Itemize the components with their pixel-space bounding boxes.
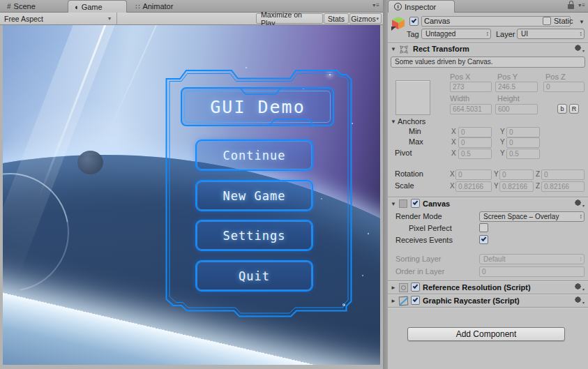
graphic-raycaster-title: Graphic Raycaster (Script) — [423, 296, 520, 305]
canvas-foldout[interactable]: ▼ — [391, 201, 396, 207]
inspector-panel-menu-icon[interactable]: ▾≡ — [578, 2, 586, 8]
stats-button[interactable]: Stats — [324, 13, 349, 24]
maximize-on-play-button[interactable]: Maximize on Play — [256, 13, 323, 24]
layer-value: UI — [521, 30, 528, 38]
receives-events-checkbox[interactable] — [479, 235, 488, 244]
lock-icon[interactable] — [568, 4, 574, 9]
inspector-body: Canvas Static ▼ Tag Untagged ↕ Layer UI … — [388, 13, 588, 369]
rect-transform-foldout[interactable]: ▼ — [391, 46, 396, 52]
menu-title-text: GUI Demo — [210, 97, 305, 117]
gameobject-enabled-checkbox[interactable] — [409, 17, 419, 26]
pos-x-field: 273 — [450, 82, 492, 92]
rotation-y-field: 0 — [499, 170, 534, 180]
height-label: Height — [497, 94, 520, 103]
panel-splitter[interactable] — [383, 0, 388, 369]
tab-game[interactable]: ◖ Game — [68, 0, 127, 13]
graphic-raycaster-icon — [399, 296, 409, 306]
layer-dropdown[interactable]: UI ↕ — [517, 29, 585, 39]
game-tabstrip: # Scene ◖ Game ∷ Animator ▾≡ — [0, 0, 383, 13]
continue-label: Continue — [223, 149, 286, 163]
axis-y: Y — [500, 138, 505, 146]
game-icon: ◖ — [74, 3, 79, 11]
pivot-x-field: 0.5 — [458, 149, 492, 159]
gameobject-cube-icon[interactable] — [391, 15, 406, 31]
render-mode-dropdown[interactable]: Screen Space – Overlay ↕ — [479, 211, 585, 222]
height-field: 600 — [495, 104, 538, 114]
add-component-button[interactable]: Add Component — [407, 327, 565, 341]
min-x-field: 0 — [458, 127, 492, 137]
static-dropdown-icon[interactable]: ▼ — [579, 19, 585, 25]
min-label: Min — [409, 127, 421, 135]
updown-icon: ↕ — [486, 29, 490, 38]
graphic-raycaster-foldout[interactable]: ► — [391, 298, 396, 304]
rect-transform-icon — [399, 45, 409, 54]
pixel-perfect-label: Pixel Perfect — [409, 224, 452, 232]
quit-label: Quit — [239, 269, 270, 283]
axis-z: Z — [536, 170, 540, 178]
canvas-component-title: Canvas — [423, 199, 450, 208]
divider — [388, 280, 588, 281]
max-label: Max — [409, 137, 423, 146]
gizmos-button[interactable]: Gizmos ▾ — [349, 13, 382, 24]
pos-y-field: 246.5 — [495, 82, 538, 92]
max-y-field: 0 — [506, 137, 540, 148]
reference-resolution-enabled-checkbox[interactable] — [411, 283, 420, 292]
pos-z-label: Pos Z — [545, 73, 566, 81]
gizmos-label: Gizmos — [351, 15, 376, 23]
anchors-label: Anchors — [398, 117, 425, 126]
reference-resolution-icon — [399, 283, 408, 292]
pixel-perfect-checkbox[interactable] — [479, 223, 488, 232]
gear-icon[interactable] — [576, 46, 580, 50]
gear-icon[interactable] — [576, 298, 580, 301]
rotation-z-field: 0 — [541, 170, 585, 180]
tab-scene[interactable]: # Scene — [1, 0, 41, 13]
quit-button[interactable]: Quit — [195, 260, 313, 292]
gear-icon[interactable] — [576, 285, 580, 288]
tab-inspector[interactable]: i Inspector — [388, 0, 455, 13]
info-icon: i — [394, 3, 402, 10]
render-mode-label: Render Mode — [395, 212, 442, 220]
gear-dropdown-icon: ▾ — [582, 300, 585, 305]
sorting-layer-dropdown: Default ↕ — [479, 254, 585, 264]
rect-preview-square — [395, 80, 430, 115]
scale-label: Scale — [395, 181, 414, 190]
stats-label: Stats — [328, 15, 345, 23]
receives-events-label: Receives Events — [395, 236, 453, 244]
blueprint-mode-button[interactable]: b — [557, 104, 567, 114]
reference-resolution-foldout[interactable]: ► — [391, 285, 396, 291]
rect-transform-title: Rect Transform — [413, 45, 469, 53]
game-panel-menu-icon[interactable]: ▾≡ — [372, 2, 380, 8]
rotation-x-field: 0 — [455, 170, 492, 180]
tab-animator[interactable]: ∷ Animator — [130, 0, 179, 13]
tag-label: Tag — [407, 30, 419, 38]
gear-icon[interactable] — [576, 201, 580, 204]
chevron-down-icon: ▾ — [376, 16, 379, 22]
min-y-field: 0 — [506, 127, 540, 137]
pivot-label: Pivot — [395, 149, 412, 157]
tag-value: Untagged — [425, 30, 455, 38]
inspector-tabstrip: i Inspector ▾≡ — [388, 0, 588, 13]
scale-z-field: 0.82166 — [541, 181, 585, 192]
settings-button[interactable]: Settings — [195, 220, 313, 251]
axis-y: Y — [500, 128, 505, 135]
anchors-foldout[interactable]: ▼ — [391, 119, 396, 125]
aspect-ratio-dropdown[interactable]: Free Aspect ▾ — [0, 13, 117, 24]
maximize-on-play-label: Maximize on Play — [261, 10, 318, 27]
continue-button[interactable]: Continue — [195, 140, 313, 171]
divider — [388, 43, 588, 43]
static-checkbox[interactable] — [543, 17, 551, 25]
inspector-panel: i Inspector ▾≡ Canvas Static ▼ Tag Untag… — [388, 0, 588, 369]
divider — [388, 197, 588, 197]
axis-x: X — [451, 149, 456, 157]
axis-x: X — [451, 138, 456, 146]
pos-x-label: Pos X — [450, 73, 470, 81]
tag-dropdown[interactable]: Untagged ↕ — [421, 29, 491, 39]
canvas-enabled-checkbox[interactable] — [411, 199, 420, 208]
new-game-button[interactable]: New Game — [195, 180, 313, 211]
animator-icon: ∷ — [135, 3, 140, 10]
render-mode-value: Screen Space – Overlay — [483, 213, 559, 220]
axis-y: Y — [500, 149, 505, 157]
graphic-raycaster-enabled-checkbox[interactable] — [411, 296, 420, 305]
raw-mode-button[interactable]: R — [569, 104, 579, 114]
game-panel: # Scene ◖ Game ∷ Animator ▾≡ Free Aspect… — [0, 0, 383, 369]
